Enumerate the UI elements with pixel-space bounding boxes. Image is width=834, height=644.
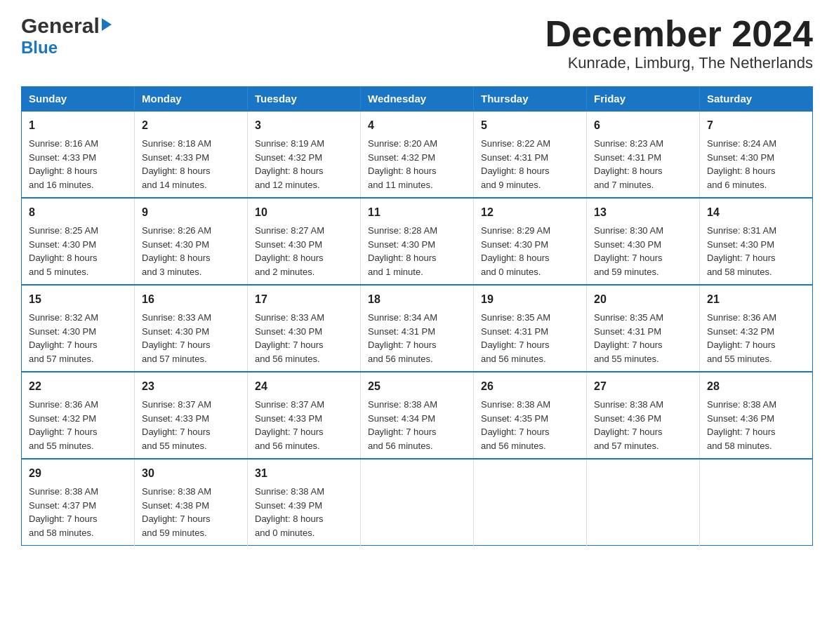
day-info: Sunrise: 8:38 AM Sunset: 4:38 PM Dayligh… xyxy=(142,485,240,539)
logo-blue-text: Blue xyxy=(21,38,58,57)
week-row-5: 29Sunrise: 8:38 AM Sunset: 4:37 PM Dayli… xyxy=(22,459,813,546)
page-subtitle: Kunrade, Limburg, The Netherlands xyxy=(545,54,813,72)
day-info: Sunrise: 8:38 AM Sunset: 4:35 PM Dayligh… xyxy=(481,398,579,452)
calendar-cell: 2Sunrise: 8:18 AM Sunset: 4:33 PM Daylig… xyxy=(135,111,248,198)
day-number: 13 xyxy=(594,204,692,221)
day-info: Sunrise: 8:29 AM Sunset: 4:30 PM Dayligh… xyxy=(481,224,579,279)
day-info: Sunrise: 8:34 AM Sunset: 4:31 PM Dayligh… xyxy=(368,311,466,365)
calendar-cell: 24Sunrise: 8:37 AM Sunset: 4:33 PM Dayli… xyxy=(248,372,361,459)
day-info: Sunrise: 8:26 AM Sunset: 4:30 PM Dayligh… xyxy=(142,224,240,279)
day-number: 17 xyxy=(255,291,353,308)
calendar-cell xyxy=(587,459,700,546)
calendar-cell xyxy=(700,459,813,546)
day-number: 8 xyxy=(29,204,127,221)
calendar-cell: 6Sunrise: 8:23 AM Sunset: 4:31 PM Daylig… xyxy=(587,111,700,198)
day-number: 9 xyxy=(142,204,240,221)
calendar-cell: 5Sunrise: 8:22 AM Sunset: 4:31 PM Daylig… xyxy=(474,111,587,198)
day-info: Sunrise: 8:24 AM Sunset: 4:30 PM Dayligh… xyxy=(707,137,805,192)
week-row-2: 8Sunrise: 8:25 AM Sunset: 4:30 PM Daylig… xyxy=(22,198,813,285)
week-row-1: 1Sunrise: 8:16 AM Sunset: 4:33 PM Daylig… xyxy=(22,111,813,198)
day-info: Sunrise: 8:35 AM Sunset: 4:31 PM Dayligh… xyxy=(594,311,692,365)
day-info: Sunrise: 8:33 AM Sunset: 4:30 PM Dayligh… xyxy=(142,311,240,365)
logo-triangle-icon xyxy=(102,18,112,31)
calendar-cell: 15Sunrise: 8:32 AM Sunset: 4:30 PM Dayli… xyxy=(22,285,135,372)
day-number: 15 xyxy=(29,291,127,308)
day-info: Sunrise: 8:36 AM Sunset: 4:32 PM Dayligh… xyxy=(29,398,127,452)
calendar-cell: 9Sunrise: 8:26 AM Sunset: 4:30 PM Daylig… xyxy=(135,198,248,285)
day-info: Sunrise: 8:38 AM Sunset: 4:39 PM Dayligh… xyxy=(255,485,353,539)
day-number: 3 xyxy=(255,117,353,134)
col-monday: Monday xyxy=(135,87,248,112)
calendar-header-row: Sunday Monday Tuesday Wednesday Thursday… xyxy=(22,87,813,112)
day-number: 24 xyxy=(255,378,353,395)
calendar-cell: 12Sunrise: 8:29 AM Sunset: 4:30 PM Dayli… xyxy=(474,198,587,285)
page-title: December 2024 xyxy=(545,14,813,54)
calendar-cell: 17Sunrise: 8:33 AM Sunset: 4:30 PM Dayli… xyxy=(248,285,361,372)
day-info: Sunrise: 8:36 AM Sunset: 4:32 PM Dayligh… xyxy=(707,311,805,365)
col-wednesday: Wednesday xyxy=(361,87,474,112)
calendar-cell: 26Sunrise: 8:38 AM Sunset: 4:35 PM Dayli… xyxy=(474,372,587,459)
day-number: 25 xyxy=(368,378,466,395)
day-info: Sunrise: 8:35 AM Sunset: 4:31 PM Dayligh… xyxy=(481,311,579,365)
calendar-cell: 30Sunrise: 8:38 AM Sunset: 4:38 PM Dayli… xyxy=(135,459,248,546)
calendar-cell: 10Sunrise: 8:27 AM Sunset: 4:30 PM Dayli… xyxy=(248,198,361,285)
day-number: 23 xyxy=(142,378,240,395)
day-info: Sunrise: 8:32 AM Sunset: 4:30 PM Dayligh… xyxy=(29,311,127,365)
day-info: Sunrise: 8:38 AM Sunset: 4:36 PM Dayligh… xyxy=(594,398,692,452)
day-number: 1 xyxy=(29,117,127,134)
day-info: Sunrise: 8:37 AM Sunset: 4:33 PM Dayligh… xyxy=(142,398,240,452)
day-number: 16 xyxy=(142,291,240,308)
day-number: 2 xyxy=(142,117,240,134)
calendar-cell: 1Sunrise: 8:16 AM Sunset: 4:33 PM Daylig… xyxy=(22,111,135,198)
title-block: December 2024 Kunrade, Limburg, The Neth… xyxy=(545,14,813,72)
day-number: 5 xyxy=(481,117,579,134)
calendar-cell: 13Sunrise: 8:30 AM Sunset: 4:30 PM Dayli… xyxy=(587,198,700,285)
day-info: Sunrise: 8:25 AM Sunset: 4:30 PM Dayligh… xyxy=(29,224,127,279)
week-row-4: 22Sunrise: 8:36 AM Sunset: 4:32 PM Dayli… xyxy=(22,372,813,459)
calendar-cell: 20Sunrise: 8:35 AM Sunset: 4:31 PM Dayli… xyxy=(587,285,700,372)
day-number: 27 xyxy=(594,378,692,395)
logo-general-text: General xyxy=(21,14,100,38)
day-info: Sunrise: 8:16 AM Sunset: 4:33 PM Dayligh… xyxy=(29,137,127,192)
calendar-cell: 21Sunrise: 8:36 AM Sunset: 4:32 PM Dayli… xyxy=(700,285,813,372)
day-number: 21 xyxy=(707,291,805,308)
calendar-cell: 16Sunrise: 8:33 AM Sunset: 4:30 PM Dayli… xyxy=(135,285,248,372)
calendar-cell xyxy=(474,459,587,546)
day-info: Sunrise: 8:19 AM Sunset: 4:32 PM Dayligh… xyxy=(255,137,353,192)
day-info: Sunrise: 8:28 AM Sunset: 4:30 PM Dayligh… xyxy=(368,224,466,279)
day-info: Sunrise: 8:27 AM Sunset: 4:30 PM Dayligh… xyxy=(255,224,353,279)
day-number: 19 xyxy=(481,291,579,308)
calendar-cell: 3Sunrise: 8:19 AM Sunset: 4:32 PM Daylig… xyxy=(248,111,361,198)
day-info: Sunrise: 8:31 AM Sunset: 4:30 PM Dayligh… xyxy=(707,224,805,279)
day-number: 10 xyxy=(255,204,353,221)
calendar-cell: 28Sunrise: 8:38 AM Sunset: 4:36 PM Dayli… xyxy=(700,372,813,459)
day-number: 28 xyxy=(707,378,805,395)
day-info: Sunrise: 8:33 AM Sunset: 4:30 PM Dayligh… xyxy=(255,311,353,365)
day-number: 12 xyxy=(481,204,579,221)
calendar-cell xyxy=(361,459,474,546)
day-number: 6 xyxy=(594,117,692,134)
day-info: Sunrise: 8:37 AM Sunset: 4:33 PM Dayligh… xyxy=(255,398,353,452)
day-info: Sunrise: 8:22 AM Sunset: 4:31 PM Dayligh… xyxy=(481,137,579,192)
col-thursday: Thursday xyxy=(474,87,587,112)
day-info: Sunrise: 8:38 AM Sunset: 4:36 PM Dayligh… xyxy=(707,398,805,452)
calendar-cell: 27Sunrise: 8:38 AM Sunset: 4:36 PM Dayli… xyxy=(587,372,700,459)
day-info: Sunrise: 8:20 AM Sunset: 4:32 PM Dayligh… xyxy=(368,137,466,192)
calendar-cell: 29Sunrise: 8:38 AM Sunset: 4:37 PM Dayli… xyxy=(22,459,135,546)
day-number: 14 xyxy=(707,204,805,221)
day-number: 20 xyxy=(594,291,692,308)
calendar-cell: 8Sunrise: 8:25 AM Sunset: 4:30 PM Daylig… xyxy=(22,198,135,285)
day-number: 11 xyxy=(368,204,466,221)
day-info: Sunrise: 8:38 AM Sunset: 4:37 PM Dayligh… xyxy=(29,485,127,539)
day-number: 30 xyxy=(142,465,240,482)
calendar-cell: 18Sunrise: 8:34 AM Sunset: 4:31 PM Dayli… xyxy=(361,285,474,372)
calendar-cell: 19Sunrise: 8:35 AM Sunset: 4:31 PM Dayli… xyxy=(474,285,587,372)
day-number: 18 xyxy=(368,291,466,308)
day-number: 29 xyxy=(29,465,127,482)
day-info: Sunrise: 8:38 AM Sunset: 4:34 PM Dayligh… xyxy=(368,398,466,452)
day-info: Sunrise: 8:23 AM Sunset: 4:31 PM Dayligh… xyxy=(594,137,692,192)
day-number: 26 xyxy=(481,378,579,395)
calendar-cell: 22Sunrise: 8:36 AM Sunset: 4:32 PM Dayli… xyxy=(22,372,135,459)
day-number: 7 xyxy=(707,117,805,134)
col-sunday: Sunday xyxy=(22,87,135,112)
